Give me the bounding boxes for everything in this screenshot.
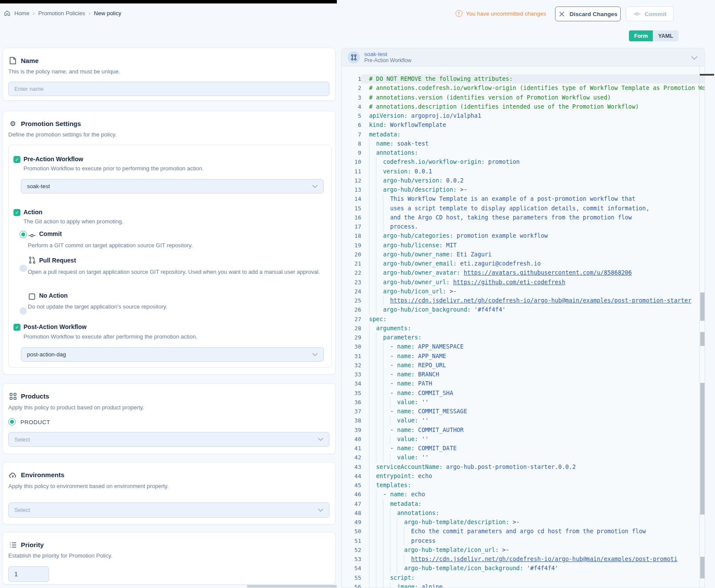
code-line[interactable]: 51 process xyxy=(342,536,705,545)
code-line[interactable]: 36 value: '' xyxy=(342,398,705,407)
code-line[interactable]: 9 annotations: xyxy=(342,148,705,157)
code-line[interactable]: 16 and the Argo CD host, taking these pa… xyxy=(342,213,705,222)
editor-scrollbar[interactable] xyxy=(699,66,705,588)
line-number: 28 xyxy=(342,324,361,333)
code-line[interactable]: 55 script: xyxy=(342,573,705,582)
code-line[interactable]: 52 argo-hub-template/icon_url: >- xyxy=(342,545,705,555)
code-line[interactable]: 30 - name: APP_NAMESPACE xyxy=(342,342,705,351)
code-line[interactable]: 11 version: 0.0.1 xyxy=(342,167,705,176)
pre-action-checkbox[interactable]: ✓ xyxy=(13,156,20,163)
code-line[interactable]: 46 - name: echo xyxy=(342,490,705,499)
code-line[interactable]: 34 - name: PATH xyxy=(342,379,705,388)
code-line[interactable]: 8 name: soak-test xyxy=(342,139,705,148)
code-line[interactable]: 22 argo-hub/owner_avatar: https://avatar… xyxy=(342,268,705,277)
code-line[interactable]: 23 argo-hub/owner_url: https://github.co… xyxy=(342,278,705,287)
code-line[interactable]: 29 parameters: xyxy=(342,333,705,342)
code-line[interactable]: 15 uses a script template to display app… xyxy=(342,204,705,213)
horizontal-scrollbar-thumb[interactable] xyxy=(247,585,337,588)
code-line[interactable]: 56 image: alpine xyxy=(342,582,705,588)
tab-form[interactable]: Form xyxy=(629,30,653,41)
code-line[interactable]: 1# DO NOT REMOVE the following attribute… xyxy=(342,74,705,83)
code-line[interactable]: 3# annotations.version (identifies versi… xyxy=(342,93,705,102)
action-checkbox[interactable]: ✓ xyxy=(13,209,20,216)
code-line[interactable]: 28 arguments: xyxy=(342,324,705,333)
code-line[interactable]: 54 argo-hub-template/icon_background: '#… xyxy=(342,564,705,573)
scrollbar-top-marker[interactable] xyxy=(700,74,714,76)
code-line[interactable]: 32 - name: REPO_URL xyxy=(342,361,705,370)
code-line[interactable]: 24 argo-hub/icon_url: >- xyxy=(342,287,705,296)
line-number: 1 xyxy=(342,74,361,83)
code-line[interactable]: 40 value: '' xyxy=(342,435,705,444)
code-line[interactable]: 7metadata: xyxy=(342,130,705,139)
code-line[interactable]: 18 argo-hub/categories: promotion exampl… xyxy=(342,231,705,240)
action-radio-no-action[interactable] xyxy=(20,307,27,315)
environments-select[interactable]: Select xyxy=(8,502,329,518)
tab-yaml[interactable]: YAML xyxy=(653,30,678,41)
code-line[interactable]: 10 codefresh.io/workflow-origin: promoti… xyxy=(342,157,705,166)
code-line[interactable]: 42 value: '' xyxy=(342,453,705,462)
product-radio[interactable] xyxy=(8,418,16,425)
chevron-down-icon[interactable] xyxy=(691,54,698,62)
line-number: 50 xyxy=(342,527,361,536)
discard-changes-button[interactable]: Discard Changes xyxy=(555,7,621,21)
pre-action-description: Promotion Workflow to execute prior to p… xyxy=(23,165,204,172)
line-number: 17 xyxy=(342,222,361,231)
code-line[interactable]: 12 argo-hub/version: 0.0.2 xyxy=(342,176,705,185)
code-line[interactable]: 2# annotations.codefresh.io/workflow-ori… xyxy=(342,83,705,93)
post-action-checkbox[interactable]: ✓ xyxy=(13,324,20,331)
code-line[interactable]: 50 Echo the commit parameters and argo c… xyxy=(342,527,705,536)
code-line[interactable]: 6kind: WorkflowTemplate xyxy=(342,120,705,130)
pre-action-workflow-select[interactable]: soak-test xyxy=(21,179,324,193)
name-input[interactable]: Enter name xyxy=(8,82,329,96)
code-line[interactable]: 41 - name: COMMIT_DATE xyxy=(342,444,705,453)
code-line[interactable]: 35 - name: COMMIT_SHA xyxy=(342,389,705,398)
line-number: 35 xyxy=(342,389,361,398)
code-line[interactable]: 45 templates: xyxy=(342,481,705,490)
workflow-header[interactable]: soak-test Pre-Action Workflow xyxy=(342,48,705,66)
scrollbar-thumb-block[interactable] xyxy=(700,557,705,578)
code-line[interactable]: 27spec: xyxy=(342,315,705,324)
yaml-code-editor[interactable]: 1# DO NOT REMOVE the following attribute… xyxy=(342,66,705,588)
code-line[interactable]: 53 https://cdn.jsdelivr.net/gh/codefresh… xyxy=(342,555,705,564)
chevron-down-icon xyxy=(318,438,323,441)
scrollbar-thumb-block[interactable] xyxy=(700,292,705,321)
code-line[interactable]: 44 entrypoint: echo xyxy=(342,472,705,481)
code-line[interactable]: 26 argo-hub/icon_background: '#f4f4f4' xyxy=(342,305,705,314)
code-line[interactable]: 21 argo-hub/owner_email: eti.zaguri@code… xyxy=(342,259,705,268)
code-line[interactable]: 49 argo-hub-template/description: >- xyxy=(342,518,705,527)
scrollbar-thumb-block[interactable] xyxy=(700,383,705,515)
code-line[interactable]: 19 argo-hub/license: MIT xyxy=(342,241,705,250)
code-line[interactable]: 37 - name: COMMIT_MESSAGE xyxy=(342,407,705,416)
code-line[interactable]: 38 value: '' xyxy=(342,416,705,425)
code-line[interactable]: 13 argo-hub/description: >- xyxy=(342,185,705,194)
code-line[interactable]: 47 metadata: xyxy=(342,499,705,508)
code-line[interactable]: 48 annotations: xyxy=(342,508,705,518)
scrollbar-thumb-block[interactable] xyxy=(700,332,705,346)
code-line[interactable]: 17 process. xyxy=(342,222,705,231)
code-line[interactable]: 39 - name: COMMIT_AUTHOR xyxy=(342,425,705,435)
code-line[interactable]: 33 - name: BRANCH xyxy=(342,370,705,379)
code-line[interactable]: 14 This Workflow Template is an example … xyxy=(342,194,705,203)
line-number: 51 xyxy=(342,536,361,545)
action-radio-commit[interactable] xyxy=(20,231,27,238)
home-icon[interactable] xyxy=(3,10,11,17)
line-number: 54 xyxy=(342,564,361,573)
products-select[interactable]: Select xyxy=(8,432,329,447)
breadcrumb-home[interactable]: Home xyxy=(14,10,30,17)
code-line[interactable]: 20 argo-hub/owner_name: Eti Zaguri xyxy=(342,250,705,259)
environments-section: Environments Apply this policy to enviro… xyxy=(3,462,336,525)
square-icon xyxy=(28,293,36,300)
code-line[interactable]: 4# annotations.description (identifies i… xyxy=(342,102,705,111)
code-line[interactable]: 31 - name: APP_NAME xyxy=(342,352,705,361)
product-radio-label: PRODUCT xyxy=(20,419,50,425)
code-line[interactable]: 25 https://cdn.jsdelivr.net/gh/codefresh… xyxy=(342,296,705,305)
action-radio-pull-request[interactable] xyxy=(20,265,27,272)
code-line[interactable]: 5apiVersion: argoproj.io/v1alpha1 xyxy=(342,111,705,120)
code-line[interactable]: 43 serviceAccountName: argo-hub.post-pro… xyxy=(342,462,705,472)
priority-input[interactable]: 1 xyxy=(8,566,49,582)
breadcrumb-promotion-policies[interactable]: Promotion Policies xyxy=(38,10,85,17)
post-action-workflow-select[interactable]: post-action-dag xyxy=(21,347,324,362)
line-number: 8 xyxy=(342,139,361,148)
commit-button[interactable]: Commit xyxy=(626,7,674,21)
line-number: 34 xyxy=(342,379,361,388)
